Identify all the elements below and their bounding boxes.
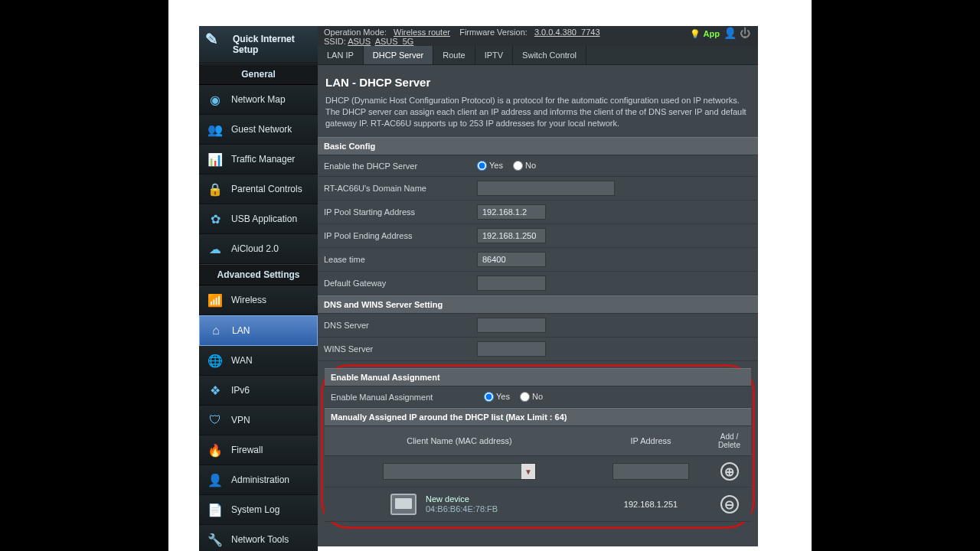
ssid-1[interactable]: ASUS	[348, 37, 371, 46]
globe2-icon: 🌐	[207, 352, 224, 369]
content-panel: LAN IP DHCP Server Route IPTV Switch Con…	[318, 46, 758, 546]
default-gateway-input[interactable]	[477, 276, 546, 291]
admin-icon: 👤	[207, 471, 224, 488]
group-basic-config: Basic Config	[318, 137, 758, 155]
people-icon: 👥	[207, 121, 224, 138]
fw-label: Firmware Version:	[459, 28, 528, 37]
enable-manual-no[interactable]: No	[520, 392, 543, 401]
lease-time-label: Lease time	[324, 255, 477, 264]
ipv6-icon: ❖	[207, 382, 224, 399]
tab-switch-control[interactable]: Switch Control	[513, 46, 586, 64]
qis-line2: Setup	[233, 44, 258, 55]
pool-end-input[interactable]	[477, 228, 546, 243]
delete-row-button[interactable]: ⊖	[720, 495, 739, 514]
dns-server-label: DNS Server	[324, 321, 477, 330]
sidebar-item-vpn[interactable]: 🛡VPN	[199, 406, 318, 435]
bulb-icon: 💡	[690, 29, 701, 38]
enable-manual-no-radio[interactable]	[520, 392, 530, 402]
enable-dhcp-yes-radio[interactable]	[477, 161, 487, 171]
wins-server-input[interactable]	[477, 341, 546, 357]
col-client-header: Client Name (MAC address)	[329, 436, 590, 445]
pool-end-label: IP Pool Ending Address	[324, 231, 477, 240]
pool-start-label: IP Pool Starting Address	[324, 207, 477, 217]
sidebar-section-general: General	[199, 64, 318, 85]
ssid-label: SSID:	[324, 37, 346, 46]
sidebar-item-wan[interactable]: 🌐WAN	[199, 346, 318, 376]
sidebar-item-guest-network[interactable]: 👥Guest Network	[199, 115, 318, 145]
gear-icon: ✿	[207, 210, 224, 227]
header-bar: Operation Mode: Wireless router Firmware…	[318, 26, 758, 46]
client-mac-input[interactable]	[384, 464, 521, 479]
qis-line1: Quick Internet	[233, 34, 295, 44]
dns-server-input[interactable]	[477, 318, 546, 333]
wins-server-label: WINS Server	[324, 344, 477, 354]
sidebar-section-advanced: Advanced Settings	[199, 264, 318, 285]
col-ip-header: IP Address	[590, 436, 712, 445]
tab-iptv[interactable]: IPTV	[475, 46, 513, 64]
tab-bar: LAN IP DHCP Server Route IPTV Switch Con…	[318, 46, 758, 65]
wifi-icon: 📶	[207, 292, 224, 308]
domain-name-label: RT-AC66U's Domain Name	[324, 184, 477, 193]
sidebar-item-administration[interactable]: 👤Administration	[199, 465, 318, 495]
enable-dhcp-label: Enable the DHCP Server	[324, 161, 477, 171]
enable-manual-yes[interactable]: Yes	[484, 392, 510, 401]
tab-dhcp-server[interactable]: DHCP Server	[364, 46, 433, 64]
cloud-icon: ☁	[207, 240, 224, 257]
col-action-header: Add / Delete	[712, 432, 746, 449]
sidebar-item-aicloud[interactable]: ☁AiCloud 2.0	[199, 234, 318, 264]
enable-dhcp-yes[interactable]: Yes	[477, 161, 503, 170]
new-ip-input[interactable]	[612, 463, 689, 480]
group-dns-wins: DNS and WINS Server Setting	[318, 295, 758, 314]
header-right-icons: 👤 ⏻	[724, 28, 750, 37]
sidebar-item-system-log[interactable]: 📄System Log	[199, 495, 318, 525]
globe-icon: ◉	[207, 91, 224, 108]
sidebar-item-usb-application[interactable]: ✿USB Application	[199, 204, 318, 234]
device-mac: 04:B6:B6:4E:78:FB	[426, 504, 498, 514]
default-gateway-label: Default Gateway	[324, 279, 477, 288]
device-icon	[390, 494, 416, 515]
device-name: New device	[426, 494, 498, 504]
sidebar-item-parental-controls[interactable]: 🔒Parental Controls	[199, 174, 318, 204]
wand-icon: ✎	[205, 34, 224, 52]
manual-assignment-highlight: Enable Manual Assignment Enable Manual A…	[321, 364, 755, 529]
quick-internet-setup[interactable]: ✎ Quick Internet Setup	[199, 26, 318, 64]
home-icon: ⌂	[207, 322, 224, 339]
fw-value[interactable]: 3.0.0.4.380_7743	[534, 28, 600, 37]
dropdown-arrow-icon[interactable]: ▼	[521, 464, 535, 479]
tab-route[interactable]: Route	[433, 46, 475, 64]
lease-time-input[interactable]	[477, 252, 546, 267]
enable-dhcp-no-radio[interactable]	[513, 161, 523, 171]
lock-icon: 🔒	[207, 181, 224, 197]
manual-device-row: New device 04:B6:B6:4E:78:FB 192.168.1.2…	[325, 487, 751, 522]
vpn-icon: 🛡	[207, 412, 224, 429]
add-row-button[interactable]: ⊕	[720, 462, 739, 481]
sidebar-item-firewall[interactable]: 🔥Firewall	[199, 435, 318, 465]
tab-lan-ip[interactable]: LAN IP	[318, 46, 364, 64]
group-enable-manual: Enable Manual Assignment	[325, 368, 751, 386]
tools-icon: 🔧	[207, 531, 224, 548]
app-badge[interactable]: 💡App	[690, 29, 720, 38]
op-mode-label: Operation Mode:	[324, 28, 387, 37]
sidebar-item-network-tools[interactable]: 🔧Network Tools	[199, 525, 318, 551]
sidebar-item-ipv6[interactable]: ❖IPv6	[199, 376, 318, 406]
domain-name-input[interactable]	[477, 181, 615, 196]
enable-manual-label: Enable Manual Assignment	[331, 393, 484, 402]
client-mac-dropdown[interactable]: ▼	[383, 463, 536, 480]
sidebar-item-traffic-manager[interactable]: 📊Traffic Manager	[199, 145, 318, 174]
firewall-icon: 🔥	[207, 442, 224, 458]
sidebar-item-lan[interactable]: ⌂LAN	[199, 315, 318, 346]
ssid-2[interactable]: ASUS_5G	[375, 37, 414, 46]
enable-manual-yes-radio[interactable]	[484, 392, 494, 402]
sidebar: ✎ Quick Internet Setup General ◉Network …	[199, 26, 318, 546]
page-title: LAN - DHCP Server	[318, 65, 758, 95]
sidebar-item-network-map[interactable]: ◉Network Map	[199, 85, 318, 115]
pool-start-input[interactable]	[477, 204, 546, 220]
log-icon: 📄	[207, 501, 224, 518]
sidebar-item-wireless[interactable]: 📶Wireless	[199, 285, 318, 315]
page-description: DHCP (Dynamic Host Configuration Protoco…	[318, 95, 758, 137]
enable-dhcp-no[interactable]: No	[513, 161, 536, 170]
device-ip: 192.168.1.251	[590, 500, 712, 509]
op-mode-value[interactable]: Wireless router	[394, 28, 450, 37]
manual-table-header: Client Name (MAC address) IP Address Add…	[325, 426, 751, 456]
manual-new-row: ▼ ⊕	[325, 456, 751, 487]
